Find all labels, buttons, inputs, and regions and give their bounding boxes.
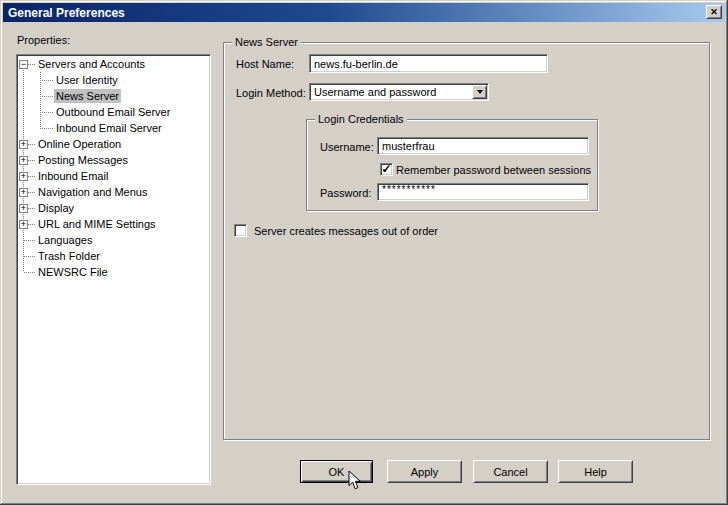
tree-item-label[interactable]: News Server <box>54 89 121 103</box>
tree-item-label[interactable]: Online Operation <box>36 137 123 151</box>
tree-item-inbound-email-server[interactable]: Inbound Email Server <box>17 120 210 136</box>
news-server-group: News Server Host Name: Login Method: Use… <box>223 42 710 440</box>
out-of-order-checkbox[interactable] <box>234 224 247 237</box>
tree-item-url-and-mime-settings[interactable]: +URL and MIME Settings <box>17 216 210 232</box>
tree-item-display[interactable]: +Display <box>17 200 210 216</box>
tree-item-servers-and-accounts[interactable]: −Servers and Accounts <box>17 56 210 72</box>
tree-item-label[interactable]: Display <box>36 201 76 215</box>
tree-item-label[interactable]: Posting Messages <box>36 153 130 167</box>
username-input[interactable] <box>382 140 588 152</box>
tree-item-label[interactable]: Languages <box>36 233 94 247</box>
remember-password-checkbox[interactable]: ✓ <box>380 163 393 176</box>
help-button[interactable]: Help <box>558 460 633 483</box>
news-server-group-title: News Server <box>232 36 301 48</box>
username-field-wrap <box>377 137 589 155</box>
general-preferences-dialog: General Preferences ✕ Properties: −Serve… <box>0 0 728 505</box>
tree-item-user-identity[interactable]: User Identity <box>17 72 210 88</box>
tree-connector <box>40 80 54 81</box>
host-name-field-wrap <box>309 54 548 73</box>
tree-item-trash-folder[interactable]: Trash Folder <box>17 248 210 264</box>
username-label: Username: <box>320 141 374 153</box>
tree-connector <box>28 176 36 177</box>
titlebar[interactable]: General Preferences ✕ <box>3 3 725 22</box>
tree-connector <box>40 128 54 129</box>
remember-password-label[interactable]: Remember password between sessions <box>396 164 591 176</box>
tree-item-label[interactable]: URL and MIME Settings <box>36 217 158 231</box>
tree-connector <box>40 96 54 97</box>
tree-connector <box>28 64 36 65</box>
password-label: Password: <box>320 187 371 199</box>
login-method-select[interactable]: Username and password <box>309 83 489 101</box>
host-name-input[interactable] <box>314 58 547 70</box>
login-method-label: Login Method: <box>236 87 306 99</box>
cancel-button[interactable]: Cancel <box>473 460 548 483</box>
tree-connector <box>28 192 36 193</box>
tree-connector <box>28 224 36 225</box>
tree-item-label[interactable]: Trash Folder <box>36 249 102 263</box>
tree-item-label[interactable]: Servers and Accounts <box>36 57 147 71</box>
tree-connector <box>40 112 54 113</box>
combo-dropdown-button[interactable] <box>472 85 487 99</box>
apply-button[interactable]: Apply <box>387 460 462 483</box>
expand-icon[interactable]: + <box>19 204 28 213</box>
close-icon[interactable]: ✕ <box>706 5 722 19</box>
password-input[interactable] <box>382 184 588 195</box>
tree-item-label[interactable]: Inbound Email <box>36 169 110 183</box>
login-credentials-group: Login Credentials Username: ✓ Remember p… <box>306 119 598 211</box>
login-credentials-group-title: Login Credentials <box>315 113 407 125</box>
tree-item-news-server[interactable]: News Server <box>17 88 210 104</box>
tree-item-online-operation[interactable]: +Online Operation <box>17 136 210 152</box>
expand-icon[interactable]: + <box>19 140 28 149</box>
collapse-icon[interactable]: − <box>19 60 28 69</box>
tree-item-label[interactable]: Navigation and Menus <box>36 185 149 199</box>
properties-tree: −Servers and AccountsUser IdentityNews S… <box>16 54 211 485</box>
tree-connector <box>24 240 36 241</box>
mouse-cursor-icon <box>348 470 362 491</box>
tree-item-posting-messages[interactable]: +Posting Messages <box>17 152 210 168</box>
login-method-value: Username and password <box>314 86 436 98</box>
tree-item-label[interactable]: Inbound Email Server <box>54 121 164 135</box>
expand-icon[interactable]: + <box>19 220 28 229</box>
tree-connector <box>24 256 36 257</box>
password-field-wrap <box>377 183 589 201</box>
tree-item-inbound-email[interactable]: +Inbound Email <box>17 168 210 184</box>
host-name-label: Host Name: <box>236 58 294 70</box>
tree-item-languages[interactable]: Languages <box>17 232 210 248</box>
window-title: General Preferences <box>3 6 125 20</box>
tree-item-label[interactable]: NEWSRC File <box>36 265 110 279</box>
tree-item-newsrc-file[interactable]: NEWSRC File <box>17 264 210 280</box>
tree-item-outbound-email-server[interactable]: Outbound Email Server <box>17 104 210 120</box>
chevron-down-icon <box>477 90 483 94</box>
tree-item-label[interactable]: User Identity <box>54 73 120 87</box>
properties-label: Properties: <box>17 34 70 46</box>
ok-button[interactable]: OK <box>300 460 373 483</box>
tree-connector <box>24 272 36 273</box>
out-of-order-label[interactable]: Server creates messages out of order <box>254 225 438 237</box>
tree-connector <box>28 208 36 209</box>
tree-connector <box>28 144 36 145</box>
tree-item-navigation-and-menus[interactable]: +Navigation and Menus <box>17 184 210 200</box>
expand-icon[interactable]: + <box>19 156 28 165</box>
expand-icon[interactable]: + <box>19 172 28 181</box>
tree-connector <box>28 160 36 161</box>
expand-icon[interactable]: + <box>19 188 28 197</box>
tree-item-label[interactable]: Outbound Email Server <box>54 105 172 119</box>
